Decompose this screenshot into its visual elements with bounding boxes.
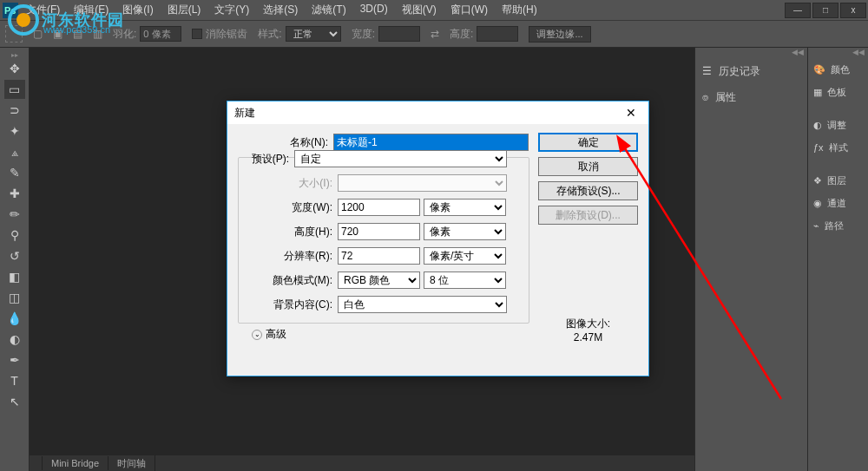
maximize-button[interactable]: □ [812,3,838,18]
side-adjust-label: 调整 [827,119,846,132]
antialias-label: 消除锯齿 [206,27,247,42]
minimize-button[interactable]: — [785,3,811,18]
side-color[interactable]: 🎨颜色 [808,58,868,81]
menu-3d[interactable]: 3D(D) [353,0,395,20]
side-adjustments[interactable]: ◐调整 [808,114,868,136]
watermark-url: www.pc0359.cn [43,24,110,35]
lasso-tool[interactable]: ⊃ [4,101,25,120]
side-swatches[interactable]: ▦色板 [808,81,868,103]
image-size-info: 图像大小: 2.47M [538,317,638,343]
brush-tool[interactable]: ✏ [4,205,25,224]
swatches-icon: ▦ [813,87,822,98]
swap-icon[interactable]: ⇄ [431,28,439,40]
tab-timeline[interactable]: 时间轴 [108,455,155,472]
side-paths-label: 路径 [825,219,844,232]
style-label: 样式: [258,27,281,42]
close-button[interactable]: x [840,3,866,18]
styles-icon: ƒx [813,142,824,153]
stamp-tool[interactable]: ⚲ [4,226,25,245]
name-input[interactable] [333,134,529,151]
height-label: 高度(H): [242,225,338,239]
side-collapse-icon[interactable]: ◀◀ [808,48,868,58]
menu-edit[interactable]: 编辑(E) [67,0,115,20]
marquee-tool[interactable]: ▭ [4,80,25,99]
height-input[interactable] [338,223,420,240]
side-styles-label: 样式 [829,141,848,154]
save-preset-button[interactable]: 存储预设(S)... [538,181,638,200]
width-unit-select[interactable]: 像素 [424,199,506,216]
menu-file[interactable]: 文件(F) [19,0,67,20]
style-select[interactable]: 正常 [286,26,341,42]
advanced-toggle[interactable]: ⌄ 高级 [238,324,529,342]
preset-select[interactable]: 自定 [294,150,507,167]
type-tool[interactable]: T [4,371,25,390]
menu-select[interactable]: 选择(S) [256,0,305,20]
image-size-label: 图像大小: [538,317,638,331]
resolution-input[interactable] [338,247,420,265]
menu-window[interactable]: 窗口(W) [444,0,495,20]
marquee-new-icon[interactable]: ▢ [33,28,43,40]
feather-input[interactable] [140,26,181,42]
dialog-form: 名称(N): 预设(P): 自定 大小(I): 宽度(W): 像素 [238,133,529,343]
cancel-button[interactable]: 取消 [538,157,638,176]
panel-column: ◀◀ ☰ 历史记录 ⌾ 属性 [694,48,807,471]
side-channels-label: 通道 [827,197,846,210]
panel-collapse-icon[interactable]: ◀◀ [695,48,807,58]
toolbox: ▸▸ ✥ ▭ ⊃ ✦ ⟁ ✎ ✚ ✏ ⚲ ↺ ◧ ◫ 💧 ◐ ✒ T ↖ [0,48,30,471]
eyedropper-tool[interactable]: ✎ [4,163,25,182]
path-tool[interactable]: ↖ [4,392,25,411]
side-color-label: 颜色 [831,63,850,76]
menu-image[interactable]: 图像(I) [115,0,160,20]
dialog-title: 新建 [234,106,255,121]
menu-layer[interactable]: 图层(L) [161,0,208,20]
channels-icon: ◉ [813,198,822,209]
advanced-label: 高级 [266,327,286,342]
palette-icon: 🎨 [813,64,825,75]
menu-view[interactable]: 视图(V) [395,0,444,20]
history-brush-tool[interactable]: ↺ [4,246,25,265]
gradient-tool[interactable]: ◫ [4,288,25,307]
tool-preset-icon[interactable] [5,25,23,43]
side-channels[interactable]: ◉通道 [808,192,868,214]
color-depth-select[interactable]: 8 位 [424,271,506,289]
refine-edge-button[interactable]: 调整边缘... [529,26,590,43]
menu-type[interactable]: 文字(Y) [207,0,256,20]
move-tool[interactable]: ✥ [4,59,25,78]
ok-button[interactable]: 确定 [538,133,638,152]
side-layers[interactable]: ❖图层 [808,169,868,192]
bottom-tabs: Mini Bridge 时间轴 [30,455,694,471]
adjust-icon: ◐ [813,120,822,131]
resolution-unit-select[interactable]: 像素/英寸 [424,247,506,265]
side-column: ◀◀ 🎨颜色 ▦色板 ◐调整 ƒx样式 ❖图层 ◉通道 ⌁路径 [807,48,868,471]
side-paths[interactable]: ⌁路径 [808,214,868,237]
toolbox-handle[interactable]: ▸▸ [4,51,25,58]
panel-history[interactable]: ☰ 历史记录 [695,58,807,84]
menu-help[interactable]: 帮助(H) [495,0,544,20]
menu-filter[interactable]: 滤镜(T) [305,0,352,20]
antialias-checkbox[interactable] [192,29,202,39]
tab-mini-bridge[interactable]: Mini Bridge [42,456,108,470]
dodge-tool[interactable]: ◐ [4,330,25,349]
height-unit-select[interactable]: 像素 [424,223,506,240]
wand-tool[interactable]: ✦ [4,121,25,141]
width-label: 宽度(W): [242,200,338,215]
paths-icon: ⌁ [813,220,819,232]
dialog-close-button[interactable]: ✕ [621,106,641,120]
width-input[interactable] [338,199,420,216]
bg-label: 背景内容(C): [242,298,338,312]
color-mode-select[interactable]: RGB 颜色 [338,271,420,289]
opt-height-input[interactable] [477,26,518,42]
opt-height-label: 高度: [450,27,473,42]
heal-tool[interactable]: ✚ [4,184,25,203]
name-label: 名称(N): [238,135,333,150]
layers-icon: ❖ [813,175,822,186]
side-styles[interactable]: ƒx样式 [808,136,868,159]
panel-properties[interactable]: ⌾ 属性 [695,84,807,110]
opt-width-input[interactable] [378,26,420,42]
bg-select[interactable]: 白色 [338,296,507,313]
eraser-tool[interactable]: ◧ [4,267,25,286]
side-layers-label: 图层 [827,174,846,187]
pen-tool[interactable]: ✒ [4,350,25,370]
crop-tool[interactable]: ⟁ [4,142,25,161]
blur-tool[interactable]: 💧 [4,309,25,328]
